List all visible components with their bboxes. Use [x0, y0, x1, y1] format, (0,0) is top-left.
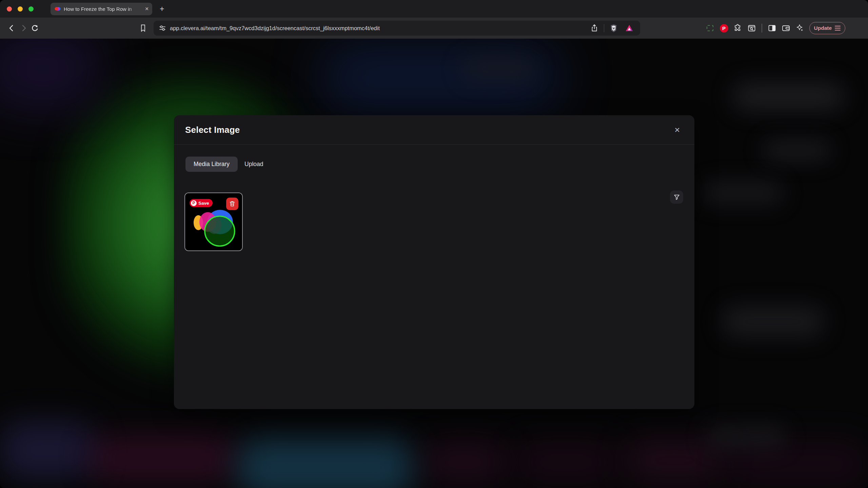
background-blur-blob	[702, 181, 783, 205]
bookmark-icon[interactable]	[137, 22, 149, 34]
toolbar-right-icons: P	[704, 22, 806, 34]
divider	[762, 24, 762, 33]
back-button[interactable]	[6, 22, 18, 34]
tab-bar: How to Freeze the Top Row in ✕ +	[0, 0, 868, 18]
background-blur-blob	[420, 442, 509, 483]
close-icon[interactable]: ✕	[674, 126, 680, 134]
background-blur-blob	[461, 57, 536, 81]
browser-tab[interactable]: How to Freeze the Top Row in ✕	[51, 3, 152, 15]
background-blur-blob	[88, 435, 237, 483]
url-text[interactable]: app.clevera.ai/team/tm_9qvz7wcd3dzijg1d/…	[170, 25, 585, 32]
modal-title: Select Image	[185, 125, 240, 135]
background-blur-blob	[726, 442, 868, 486]
save-label: Save	[198, 201, 209, 206]
delete-media-button[interactable]	[226, 198, 238, 210]
tab-media-library[interactable]: Media Library	[185, 157, 238, 172]
pinterest-badge: P	[720, 24, 728, 33]
menu-icon	[835, 26, 841, 30]
minimize-window-button[interactable]	[18, 6, 23, 12]
screenshot-region-icon[interactable]	[704, 22, 716, 34]
pinterest-icon[interactable]: P	[718, 22, 730, 34]
select-image-modal: Select Image ✕ Media Library Upload	[174, 115, 694, 409]
wallet-icon[interactable]	[780, 22, 792, 34]
page-content: Select Image ✕ Media Library Upload	[0, 39, 868, 488]
browser-toolbar: app.clevera.ai/team/tm_9qvz7wcd3dzijg1d/…	[0, 18, 868, 39]
extensions-icon[interactable]	[732, 22, 744, 34]
window-controls	[0, 6, 41, 12]
browser-window: How to Freeze the Top Row in ✕ + ap	[0, 0, 868, 488]
background-blur-blob	[722, 306, 824, 337]
share-icon[interactable]	[588, 22, 600, 34]
filter-icon	[673, 194, 680, 201]
tab-upload[interactable]: Upload	[244, 161, 263, 168]
background-blur-blob	[732, 83, 844, 110]
tab-close-icon[interactable]: ✕	[145, 6, 149, 12]
background-blur-blob	[763, 140, 831, 161]
search-window-icon[interactable]	[746, 22, 758, 34]
forward-button[interactable]	[18, 22, 29, 34]
tune-icon[interactable]	[158, 24, 166, 32]
address-bar[interactable]: app.clevera.ai/team/tm_9qvz7wcd3dzijg1d/…	[154, 21, 640, 36]
reload-button[interactable]	[29, 22, 41, 34]
modal-tabs: Media Library Upload	[184, 157, 683, 172]
modal-header: Select Image ✕	[174, 115, 694, 145]
background-glow-purple	[0, 39, 102, 110]
close-window-button[interactable]	[7, 6, 12, 12]
brave-shield-icon[interactable]	[608, 22, 620, 34]
update-label: Update	[814, 25, 832, 31]
new-tab-button[interactable]: +	[160, 4, 164, 14]
pinterest-icon: P	[191, 200, 197, 206]
zoom-window-button[interactable]	[28, 6, 34, 12]
divider	[604, 24, 605, 32]
trash-icon	[229, 201, 235, 207]
pinterest-save-button[interactable]: P Save	[190, 199, 213, 207]
background-blur-blob	[705, 425, 787, 449]
tab-title: How to Freeze the Top Row in	[64, 6, 142, 12]
media-thumbnail[interactable]: P Save	[184, 192, 243, 251]
modal-body: Media Library Upload	[174, 145, 694, 251]
update-menu-button[interactable]: Update	[809, 22, 846, 34]
bat-rewards-icon[interactable]	[623, 22, 635, 34]
background-blur-blob	[237, 439, 414, 488]
filter-button[interactable]	[670, 190, 683, 204]
sparkle-ai-icon[interactable]	[794, 22, 806, 34]
media-grid: P Save	[184, 192, 683, 251]
tab-favicon	[55, 6, 61, 12]
sidebar-icon[interactable]	[766, 22, 778, 34]
background-glow-blue	[319, 42, 563, 113]
background-blur-blob	[515, 442, 617, 483]
background-blur-blob	[0, 422, 95, 479]
background-blur-blob	[624, 439, 726, 483]
